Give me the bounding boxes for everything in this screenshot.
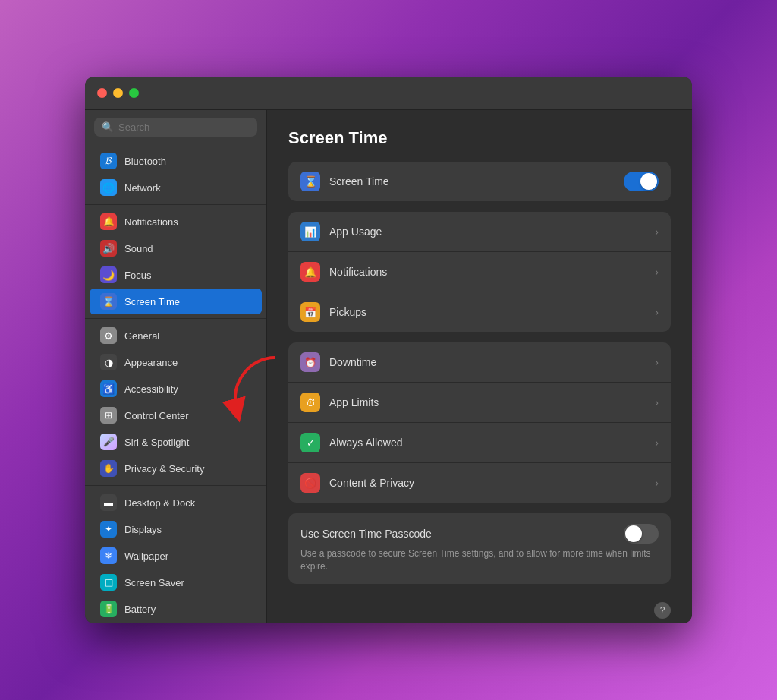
passcode-label: Use Screen Time Passcode xyxy=(300,528,432,540)
sound-icon: 🔊 xyxy=(100,240,117,257)
screen-time-toggle[interactable] xyxy=(624,172,659,191)
chevron-icon: › xyxy=(655,306,659,318)
pickups-icon: 📅 xyxy=(300,302,320,322)
titlebar xyxy=(85,77,692,110)
screen-time-icon: ⌛ xyxy=(100,293,117,310)
passcode-row[interactable]: Use Screen Time Passcode Use a passcode … xyxy=(288,513,671,584)
notifications-row-label: Notifications xyxy=(329,266,655,278)
screen-time-row-icon: ⌛ xyxy=(300,172,320,191)
close-button[interactable] xyxy=(97,88,107,98)
sidebar-item-label: Displays xyxy=(124,524,162,535)
wallpaper-icon: ❄ xyxy=(100,547,117,564)
content-privacy-row[interactable]: 🚫 Content & Privacy › xyxy=(288,463,671,503)
general-icon: ⚙ xyxy=(100,327,117,344)
sidebar-item-focus[interactable]: 🌙 Focus xyxy=(90,262,262,288)
toggle-knob xyxy=(625,525,642,542)
sidebar-item-displays[interactable]: ✦ Displays xyxy=(90,516,262,542)
sidebar-item-sound[interactable]: 🔊 Sound xyxy=(90,235,262,261)
app-limits-row[interactable]: ⏱ App Limits › xyxy=(288,383,671,423)
pickups-label: Pickups xyxy=(329,306,655,318)
sidebar-item-label: Network xyxy=(124,182,161,194)
passcode-toggle[interactable] xyxy=(624,524,659,544)
usage-group: 📊 App Usage › 🔔 Notifications › 📅 Pickup… xyxy=(288,212,671,332)
sidebar-item-siri-spotlight[interactable]: 🎤 Siri & Spotlight xyxy=(90,429,262,455)
battery-icon: 🔋 xyxy=(100,601,117,617)
chevron-icon: › xyxy=(655,356,659,368)
downtime-row[interactable]: ⏰ Downtime › xyxy=(288,342,671,383)
sidebar-item-network[interactable]: 🌐 Network xyxy=(90,175,262,200)
notifications-icon: 🔔 xyxy=(100,213,117,230)
sidebar-group-preferences: ⚙ General ◑ Appearance ♿ Accessibility ⊞… xyxy=(85,319,266,486)
maximize-button[interactable] xyxy=(129,88,139,98)
sidebar-item-label: Focus xyxy=(124,270,151,281)
passcode-desc: Use a passcode to secure Screen Time set… xyxy=(300,547,659,573)
sidebar-item-screen-time[interactable]: ⌛ Screen Time xyxy=(90,289,262,314)
sidebar-item-label: Siri & Spotlight xyxy=(124,437,189,448)
always-allowed-label: Always Allowed xyxy=(329,437,655,449)
search-bar[interactable]: 🔍 xyxy=(94,118,257,137)
sidebar-item-label: Control Center xyxy=(124,410,189,421)
chevron-icon: › xyxy=(655,225,659,238)
sidebar-item-label: General xyxy=(124,330,159,342)
chevron-icon: › xyxy=(655,477,659,489)
traffic-lights xyxy=(97,88,139,98)
displays-icon: ✦ xyxy=(100,521,117,538)
bluetooth-icon: 𝓑 xyxy=(100,153,117,169)
sidebar-item-label: Appearance xyxy=(124,357,178,368)
chevron-icon: › xyxy=(655,396,659,408)
downtime-label: Downtime xyxy=(329,356,655,368)
sidebar: 🔍 𝓑 Bluetooth 🌐 Network xyxy=(85,110,267,623)
sidebar-item-desktop-dock[interactable]: ▬ Desktop & Dock xyxy=(90,490,262,516)
accessibility-icon: ♿ xyxy=(100,380,117,397)
app-usage-label: App Usage xyxy=(329,225,655,238)
sidebar-item-general[interactable]: ⚙ General xyxy=(90,323,262,348)
appearance-icon: ◑ xyxy=(100,354,117,370)
sidebar-item-privacy-security[interactable]: ✋ Privacy & Security xyxy=(90,456,262,481)
sidebar-item-battery[interactable]: 🔋 Battery xyxy=(90,596,262,622)
sidebar-item-notifications[interactable]: 🔔 Notifications xyxy=(90,209,262,235)
toggle-knob xyxy=(640,173,657,190)
pickups-row[interactable]: 📅 Pickups › xyxy=(288,292,671,332)
app-usage-icon: 📊 xyxy=(300,222,320,241)
sidebar-group-system: 🔔 Notifications 🔊 Sound 🌙 Focus ⌛ Screen… xyxy=(85,205,266,319)
sidebar-item-label: Privacy & Security xyxy=(124,463,204,475)
minimize-button[interactable] xyxy=(113,88,123,98)
search-input[interactable] xyxy=(118,121,250,133)
limits-group: ⏰ Downtime › ⏱ App Limits › ✓ Always All… xyxy=(288,342,671,503)
chevron-icon: › xyxy=(655,266,659,278)
sidebar-item-appearance[interactable]: ◑ Appearance xyxy=(90,349,262,375)
downtime-icon: ⏰ xyxy=(300,352,320,372)
sidebar-item-label: Screen Time xyxy=(124,296,180,307)
page-title: Screen Time xyxy=(288,128,671,148)
sidebar-item-wallpaper[interactable]: ❄ Wallpaper xyxy=(90,543,262,569)
screen-time-row-label: Screen Time xyxy=(329,175,624,188)
sidebar-item-label: Bluetooth xyxy=(124,156,166,167)
privacy-icon: ✋ xyxy=(100,460,117,477)
network-icon: 🌐 xyxy=(100,179,117,196)
sidebar-item-label: Sound xyxy=(124,243,153,254)
sidebar-item-bluetooth[interactable]: 𝓑 Bluetooth xyxy=(90,148,262,174)
sidebar-item-control-center[interactable]: ⊞ Control Center xyxy=(90,402,262,428)
content-privacy-label: Content & Privacy xyxy=(329,477,655,489)
chevron-icon: › xyxy=(655,437,659,449)
screen-saver-icon: ◫ xyxy=(100,574,117,591)
content-area: 🔍 𝓑 Bluetooth 🌐 Network xyxy=(85,110,692,623)
sidebar-item-label: Wallpaper xyxy=(124,550,168,562)
siri-icon: 🎤 xyxy=(100,434,117,450)
notifications-row[interactable]: 🔔 Notifications › xyxy=(288,252,671,292)
app-usage-row[interactable]: 📊 App Usage › xyxy=(288,212,671,252)
always-allowed-row[interactable]: ✓ Always Allowed › xyxy=(288,423,671,463)
sidebar-item-label: Desktop & Dock xyxy=(124,497,195,509)
screen-time-group: ⌛ Screen Time xyxy=(288,162,671,201)
sidebar-item-label: Screen Saver xyxy=(124,577,184,588)
screen-time-row[interactable]: ⌛ Screen Time xyxy=(288,162,671,201)
sidebar-item-screen-saver[interactable]: ◫ Screen Saver xyxy=(90,569,262,595)
notifications-row-icon: 🔔 xyxy=(300,262,320,282)
main-content: Screen Time ⌛ Screen Time 📊 Ap xyxy=(267,110,692,623)
sidebar-group-connectivity: 𝓑 Bluetooth 🌐 Network xyxy=(85,144,266,205)
help-button[interactable]: ? xyxy=(654,602,671,619)
sidebar-item-accessibility[interactable]: ♿ Accessibility xyxy=(90,376,262,402)
focus-icon: 🌙 xyxy=(100,266,117,283)
app-limits-icon: ⏱ xyxy=(300,393,320,412)
content-privacy-icon: 🚫 xyxy=(300,473,320,493)
